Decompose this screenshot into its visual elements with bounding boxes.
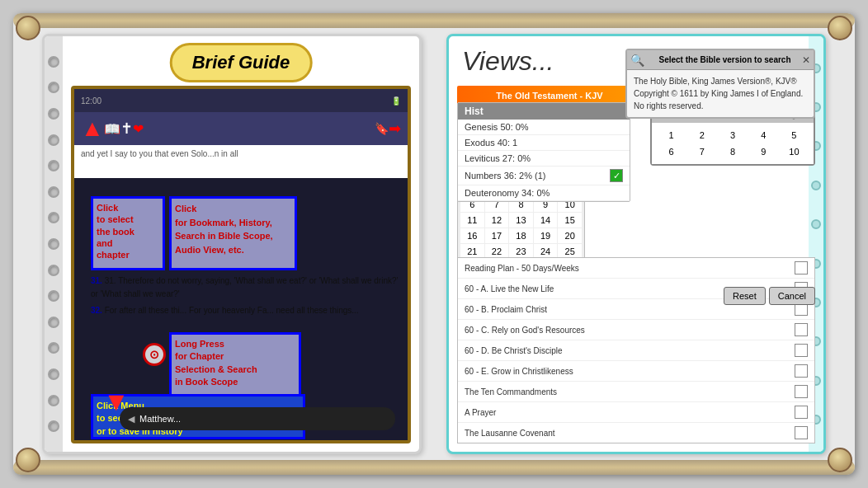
reading-item-commandments[interactable]: The Ten Commandments bbox=[458, 382, 814, 402]
scroll-knob-tr bbox=[828, 16, 852, 40]
back-arrow-icon: ◀ bbox=[128, 414, 134, 425]
spiral-hole bbox=[48, 265, 59, 276]
reading-item-plan[interactable]: Reading Plan - 50 Days/Weeks bbox=[458, 258, 814, 279]
kjv-num-6[interactable]: 6 bbox=[657, 144, 686, 159]
phone-status: 12:00 bbox=[81, 96, 101, 106]
bookmark-icon: 🔖 bbox=[375, 122, 389, 135]
reading-60c-checkbox[interactable] bbox=[795, 323, 808, 336]
spiral-hole bbox=[48, 368, 59, 380]
right-panel: Views... 🔍 Select the Bible version to s… bbox=[446, 34, 826, 454]
spiral-hole bbox=[48, 290, 59, 302]
reading-60d-checkbox[interactable] bbox=[795, 344, 808, 357]
chapter-19[interactable]: 19 bbox=[534, 228, 558, 243]
verse-31-text: 31. Therefore do not worry, saying, 'Wha… bbox=[91, 276, 398, 298]
history-header: Hist bbox=[458, 103, 630, 120]
chapter-16[interactable]: 16 bbox=[460, 228, 484, 243]
verse-32: 32. For after all these thi... For your … bbox=[91, 304, 399, 317]
left-panel: Brief Guide 12:00 🔋 ▲ 📖 ✝ ❤ 🔖 ➡ bbox=[42, 34, 422, 454]
kjv-num-10[interactable]: 10 bbox=[780, 144, 809, 159]
click-bookmark-text: Clickfor Bookmark, History,Search in Bib… bbox=[175, 204, 273, 255]
spiral-hole bbox=[48, 160, 59, 171]
kjv-number-grid: 1 2 3 4 5 6 7 8 9 10 bbox=[652, 123, 814, 164]
spiral-hole bbox=[48, 134, 59, 146]
progress-leviticus: Leviticus 27: 0% bbox=[458, 151, 630, 167]
chapter-11[interactable]: 11 bbox=[460, 213, 484, 228]
kjv-num-3[interactable]: 3 bbox=[718, 128, 747, 143]
heart-icon: ❤ bbox=[133, 121, 144, 137]
lausanne-checkbox[interactable] bbox=[795, 426, 808, 439]
kjv-num-2[interactable]: 2 bbox=[687, 128, 716, 143]
matthew-label: Matthew... bbox=[139, 414, 181, 424]
chapter-12[interactable]: 12 bbox=[485, 213, 509, 228]
arrow-up-icon: ▲ bbox=[81, 115, 104, 142]
chapter-13[interactable]: 13 bbox=[509, 213, 533, 228]
bible-text-lines: 31. 31. Therefore do not worry, saying, … bbox=[91, 274, 399, 321]
verse-area: and yet I say to you that even Solo...n … bbox=[74, 145, 408, 178]
version-close-icon[interactable]: ✕ bbox=[802, 54, 810, 66]
scroll-bottom-decoration bbox=[13, 460, 855, 475]
right-spiral-hole bbox=[811, 219, 821, 229]
verse-text: and yet I say to you that even Solo...n … bbox=[81, 149, 238, 158]
spiral-hole bbox=[48, 420, 59, 432]
spiral-hole bbox=[48, 212, 59, 223]
progress-deuteronomy: Deuteronomy 34: 0% bbox=[458, 185, 630, 201]
kjv-num-5[interactable]: 5 bbox=[780, 128, 809, 143]
reading-list: Reading Plan - 50 Days/Weeks 60 - A. Liv… bbox=[457, 257, 815, 443]
arrow-right-icon: ➡ bbox=[389, 120, 401, 138]
chapter-18[interactable]: 18 bbox=[509, 228, 533, 243]
scroll-top-decoration bbox=[13, 13, 855, 28]
reading-60b-label: 60 - B. Proclaim Christ bbox=[465, 305, 547, 314]
reading-60e-label: 60 - E. Grow in Christlikeness bbox=[465, 367, 573, 376]
chapter-15[interactable]: 15 bbox=[558, 213, 582, 228]
long-press-icon: ⊙ bbox=[143, 343, 166, 366]
kjv-num-1[interactable]: 1 bbox=[657, 128, 686, 143]
history-panel: Hist Genesis 50: 0% Exodus 40: 1 Levitic… bbox=[457, 102, 630, 202]
spiral-hole bbox=[48, 317, 59, 328]
reading-item-60c[interactable]: 60 - C. Rely on God's Resources bbox=[458, 320, 814, 340]
commandments-checkbox[interactable] bbox=[795, 385, 808, 398]
spiral-hole bbox=[48, 395, 59, 406]
verse-33-34: 33. ...and His righteousness, and all th… bbox=[91, 439, 399, 443]
version-selector-header: Select the Bible version to search bbox=[648, 52, 802, 68]
click-select-box[interactable]: Clickto selectthe bookandchapter bbox=[91, 196, 165, 270]
reading-item-lausanne[interactable]: The Lausanne Covenant bbox=[458, 423, 814, 443]
version-search-icon[interactable]: 🔍 bbox=[630, 54, 644, 67]
reading-item-prayer[interactable]: A Prayer bbox=[458, 402, 814, 423]
chapter-20[interactable]: 20 bbox=[558, 228, 582, 243]
matthew-navigation-bar[interactable]: ◀ Matthew... bbox=[120, 407, 395, 430]
brief-guide-title: Brief Guide bbox=[170, 43, 313, 82]
spiral-hole bbox=[48, 186, 59, 198]
prayer-checkbox[interactable] bbox=[795, 406, 808, 419]
reading-plan-checkbox[interactable] bbox=[795, 261, 808, 274]
phone-battery: 🔋 bbox=[391, 96, 401, 106]
bible-icon: 📖 bbox=[104, 121, 120, 137]
kjv-num-7[interactable]: 7 bbox=[687, 144, 716, 159]
reading-item-60d[interactable]: 60 - D. Be Christ's Disciple bbox=[458, 340, 814, 361]
prayer-label: A Prayer bbox=[465, 408, 496, 417]
reading-item-60e[interactable]: 60 - E. Grow in Christlikeness bbox=[458, 361, 814, 382]
scroll-container: Brief Guide 12:00 🔋 ▲ 📖 ✝ ❤ 🔖 ➡ bbox=[13, 13, 855, 475]
cancel-button[interactable]: Cancel bbox=[769, 287, 815, 305]
icons-row: ▲ 📖 ✝ ❤ 🔖 ➡ bbox=[74, 112, 408, 145]
reset-button[interactable]: Reset bbox=[724, 287, 766, 305]
reading-60d-label: 60 - D. Be Christ's Disciple bbox=[465, 346, 563, 355]
version-selector-body: The Holy Bible, King James Version®, KJV… bbox=[627, 70, 814, 117]
spiral-hole bbox=[48, 108, 59, 120]
progress-numbers: Numbers 36: 2% (1) ✓ bbox=[458, 167, 630, 185]
chapter-17[interactable]: 17 bbox=[485, 228, 509, 243]
numbers-checkbox[interactable]: ✓ bbox=[610, 169, 623, 182]
kjv-num-8[interactable]: 8 bbox=[718, 144, 747, 159]
reading-plan-label: Reading Plan - 50 Days/Weeks bbox=[465, 264, 579, 273]
progress-deuteronomy-label: Deuteronomy 34: 0% bbox=[465, 188, 550, 198]
click-select-text: Clickto selectthe bookandchapter bbox=[97, 203, 134, 260]
version-selector-panel: 🔍 Select the Bible version to search ✕ T… bbox=[625, 49, 815, 119]
phone-screenshot: 12:00 🔋 ▲ 📖 ✝ ❤ 🔖 ➡ and yet I say to yo bbox=[71, 86, 411, 443]
kjv-num-9[interactable]: 9 bbox=[749, 144, 778, 159]
progress-leviticus-label: Leviticus 27: 0% bbox=[465, 153, 531, 163]
kjv-num-4[interactable]: 4 bbox=[749, 128, 778, 143]
reading-60e-checkbox[interactable] bbox=[795, 364, 808, 378]
click-bookmark-box[interactable]: Clickfor Bookmark, History,Search in Bib… bbox=[169, 196, 297, 270]
progress-genesis: Genesis 50: 0% bbox=[458, 120, 630, 135]
verse-33: 33. ...and His righteousness, and all th… bbox=[91, 439, 399, 443]
chapter-14[interactable]: 14 bbox=[534, 213, 558, 228]
